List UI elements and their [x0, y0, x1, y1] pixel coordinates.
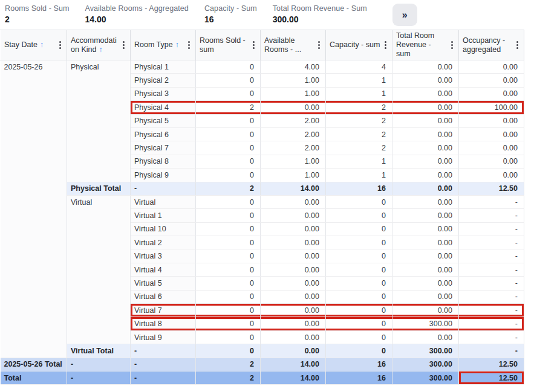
capacity-cell[interactable]: 0: [326, 304, 392, 317]
room-type-cell[interactable]: Physical 5: [131, 114, 196, 127]
occupancy-cell[interactable]: -: [459, 236, 524, 249]
rooms-sold-cell[interactable]: 0: [196, 87, 261, 100]
available-rooms-cell[interactable]: 2.00: [261, 141, 326, 155]
capacity-cell[interactable]: 1: [326, 87, 392, 100]
accommodation-kind-cell[interactable]: Physical Total: [67, 182, 131, 195]
occupancy-cell[interactable]: 0.00: [459, 60, 524, 74]
revenue-cell[interactable]: 0.00: [392, 169, 459, 182]
capacity-cell[interactable]: 0: [326, 290, 392, 303]
occupancy-cell[interactable]: -: [459, 209, 524, 222]
capacity-cell[interactable]: 0: [326, 209, 392, 222]
capacity-cell[interactable]: 2: [326, 114, 392, 127]
occupancy-cell[interactable]: 0.00: [459, 155, 524, 168]
room-type-cell[interactable]: Physical 2: [131, 74, 196, 87]
revenue-cell[interactable]: 0.00: [392, 195, 459, 208]
revenue-cell[interactable]: 0.00: [392, 155, 459, 168]
capacity-cell[interactable]: 16: [326, 371, 392, 384]
occupancy-cell[interactable]: -: [459, 277, 524, 290]
rooms-sold-cell[interactable]: 0: [196, 290, 261, 303]
capacity-cell[interactable]: 0: [326, 236, 392, 249]
available-rooms-cell[interactable]: 0.00: [261, 277, 326, 290]
sort-ascending-icon[interactable]: ↑: [40, 40, 44, 49]
available-rooms-cell[interactable]: 0.00: [261, 330, 326, 344]
capacity-cell[interactable]: 0: [326, 249, 392, 263]
available-rooms-cell[interactable]: 1.00: [261, 87, 326, 100]
room-type-cell[interactable]: Physical 6: [131, 127, 196, 141]
occupancy-cell[interactable]: 12.50: [459, 358, 524, 371]
rooms-sold-cell[interactable]: 0: [196, 60, 261, 74]
revenue-cell[interactable]: 0.00: [392, 87, 459, 100]
revenue-cell[interactable]: 0.00: [392, 127, 459, 141]
column-menu-icon[interactable]: [56, 40, 64, 50]
revenue-cell[interactable]: 0.00: [392, 74, 459, 87]
occupancy-cell[interactable]: 0.00: [459, 169, 524, 182]
capacity-cell[interactable]: 0: [326, 195, 392, 208]
rooms-sold-cell[interactable]: 0: [196, 209, 261, 222]
expand-metrics-button[interactable]: »: [392, 4, 417, 26]
revenue-cell[interactable]: 0.00: [392, 263, 459, 276]
capacity-cell[interactable]: 1: [326, 155, 392, 168]
occupancy-cell[interactable]: 12.50: [459, 182, 524, 195]
revenue-cell[interactable]: 0.00: [392, 101, 459, 114]
room-type-cell[interactable]: Virtual 6: [131, 290, 196, 303]
column-header-room-type[interactable]: Room Type↑: [131, 30, 196, 60]
occupancy-cell[interactable]: 12.50: [459, 371, 524, 384]
occupancy-cell[interactable]: 0.00: [459, 127, 524, 141]
accommodation-kind-cell[interactable]: -: [67, 371, 131, 384]
occupancy-cell[interactable]: -: [459, 317, 524, 330]
available-rooms-cell[interactable]: 0.00: [261, 195, 326, 208]
revenue-cell[interactable]: 0.00: [392, 330, 459, 344]
rooms-sold-cell[interactable]: 0: [196, 222, 261, 236]
occupancy-cell[interactable]: -: [459, 290, 524, 303]
room-type-cell[interactable]: Physical 3: [131, 87, 196, 100]
room-type-cell[interactable]: Physical 7: [131, 141, 196, 155]
column-header-occupancy-aggregated[interactable]: Occupancy - aggregated: [459, 30, 524, 60]
occupancy-cell[interactable]: 0.00: [459, 141, 524, 155]
capacity-cell[interactable]: 0: [326, 344, 392, 358]
available-rooms-cell[interactable]: 14.00: [261, 358, 326, 371]
occupancy-cell[interactable]: -: [459, 222, 524, 236]
revenue-cell[interactable]: 0.00: [392, 304, 459, 317]
column-menu-icon[interactable]: [120, 40, 128, 50]
column-menu-icon[interactable]: [315, 40, 323, 50]
rooms-sold-cell[interactable]: 0: [196, 304, 261, 317]
available-rooms-cell[interactable]: 2.00: [261, 114, 326, 127]
room-type-cell[interactable]: -: [131, 182, 196, 195]
occupancy-cell[interactable]: 100.00: [459, 101, 524, 114]
capacity-cell[interactable]: 0: [326, 277, 392, 290]
column-menu-icon[interactable]: [448, 40, 456, 50]
column-header-rooms-sold-sum[interactable]: Rooms Sold - sum: [196, 30, 261, 60]
room-type-cell[interactable]: Virtual 2: [131, 236, 196, 249]
available-rooms-cell[interactable]: 0.00: [261, 249, 326, 263]
rooms-sold-cell[interactable]: 2: [196, 182, 261, 195]
occupancy-cell[interactable]: -: [459, 195, 524, 208]
room-type-cell[interactable]: Virtual 1: [131, 209, 196, 222]
capacity-cell[interactable]: 1: [326, 74, 392, 87]
room-type-cell[interactable]: Virtual 10: [131, 222, 196, 236]
column-header-total-room-revenue-sum[interactable]: Total Room Revenue - sum: [392, 30, 459, 60]
rooms-sold-cell[interactable]: 0: [196, 155, 261, 168]
available-rooms-cell[interactable]: 1.00: [261, 169, 326, 182]
revenue-cell[interactable]: 300.00: [392, 344, 459, 358]
column-menu-icon[interactable]: [382, 40, 389, 50]
room-type-cell[interactable]: -: [131, 371, 196, 384]
occupancy-cell[interactable]: 0.00: [459, 74, 524, 87]
revenue-cell[interactable]: 0.00: [392, 290, 459, 303]
room-type-cell[interactable]: Virtual 5: [131, 277, 196, 290]
room-type-cell[interactable]: Physical 8: [131, 155, 196, 168]
room-type-cell[interactable]: -: [131, 344, 196, 358]
room-type-cell[interactable]: Virtual 4: [131, 263, 196, 276]
available-rooms-cell[interactable]: 2.00: [261, 127, 326, 141]
revenue-cell[interactable]: 0.00: [392, 222, 459, 236]
column-header-capacity-sum[interactable]: Capacity - sum: [326, 30, 392, 60]
stay-date-cell[interactable]: 2025-05-26 Total: [1, 358, 67, 371]
room-type-cell[interactable]: Virtual 8: [131, 317, 196, 330]
rooms-sold-cell[interactable]: 2: [196, 358, 261, 371]
rooms-sold-cell[interactable]: 0: [196, 169, 261, 182]
rooms-sold-cell[interactable]: 0: [196, 263, 261, 276]
rooms-sold-cell[interactable]: 0: [196, 141, 261, 155]
column-header-accommodation-kind[interactable]: Accommodation Kind↑: [67, 30, 131, 60]
capacity-cell[interactable]: 16: [326, 358, 392, 371]
capacity-cell[interactable]: 4: [326, 60, 392, 74]
rooms-sold-cell[interactable]: 0: [196, 330, 261, 344]
